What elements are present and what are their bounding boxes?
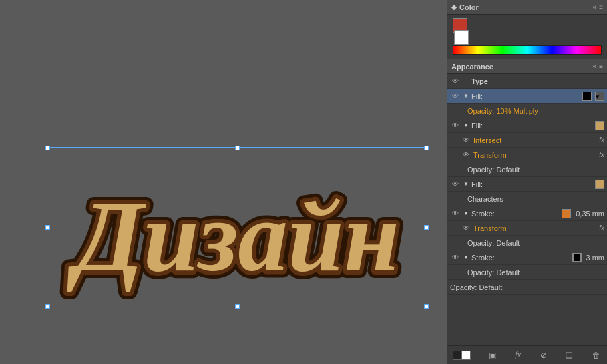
triangle-stroke1[interactable]: ▼ [463,210,469,217]
bottom-icon-layer[interactable]: ▣ [487,349,497,361]
bottom-icon-delete-effect[interactable]: ⊘ [539,349,548,361]
type-row: 👁 Type [447,74,607,89]
fill-row-2[interactable]: 👁 ▼ Fill: [447,118,607,133]
transform-row-1[interactable]: 👁 Transform fx [447,148,607,162]
transform-label-1: Transform [473,151,597,159]
triangle-fill1[interactable]: ▼ [463,93,469,100]
opacity-label-5: Opacity: Default [450,283,604,291]
opacity-row-4: Opacity: Default [447,265,607,280]
intersect-label: Intersect [473,136,597,144]
menu-icon-app[interactable]: ≡ [599,63,603,70]
type-label: Type [471,77,488,85]
background-swatch[interactable] [454,30,469,45]
color-gradient-bar[interactable] [453,45,602,55]
appearance-panel-controls[interactable]: « ≡ [593,63,603,70]
appearance-panel-title: Appearance [451,63,493,71]
fx-icon-transform1[interactable]: fx [599,151,604,158]
appearance-title-label: Appearance [451,63,493,71]
svg-text:Дизайн: Дизайн [67,181,399,292]
fx-icon-transform2[interactable]: fx [599,224,604,232]
triangle-stroke2[interactable]: ▼ [463,254,469,261]
bottom-swatch-dark[interactable] [453,351,462,360]
collapse-icon-app[interactable]: « [593,63,597,70]
stroke-value-1: 0,35 mm [576,210,604,218]
collapse-icon[interactable]: « [593,3,597,11]
bottom-swatch-light[interactable] [461,351,471,360]
fill-label-2: Fill: [471,122,593,130]
triangle-fill2[interactable]: ▼ [463,122,469,129]
fill-arrow[interactable]: ▾ [595,92,604,101]
eye-icon-fill2[interactable]: 👁 [450,121,461,130]
opacity-label-2: Opacity: Default [467,166,604,174]
color-title-label: Color [459,3,479,11]
menu-icon[interactable]: ≡ [599,3,603,11]
opacity-label-3: Opacity: Default [467,239,604,247]
bottom-icon-duplicate[interactable]: ❑ [564,349,574,361]
eye-icon-transform2[interactable]: 👁 [461,224,471,233]
stroke-label-2: Stroke: [471,254,570,262]
fill-row-3[interactable]: 👁 ▼ Fill: [447,177,607,192]
right-panel: ◆ Color « ≡ Appearance « ≡ [447,0,607,364]
opacity-label-4: Opacity: Default [467,268,604,277]
eye-icon-type[interactable]: 👁 [450,77,461,86]
opacity-row-5: Opacity: Default [447,280,607,295]
triangle-fill3[interactable]: ▼ [463,181,469,188]
stroke-swatch-orange[interactable] [562,209,571,218]
appearance-panel-header: Appearance « ≡ [447,59,607,74]
diamond-icon: ◆ [451,3,457,11]
stroke-label-1: Stroke: [471,210,560,218]
intersect-row[interactable]: 👁 Intersect fx [447,133,607,148]
eye-icon-stroke2[interactable]: 👁 [450,253,461,262]
panel-bottom-toolbar: ▣ fx ⊘ ❑ 🗑 [447,345,607,364]
fill-swatch-tan2[interactable] [595,180,604,189]
characters-row: Characters [447,192,607,206]
artwork-container: Дизайн Дизайн Дизайн Дизайн [47,147,427,307]
opacity-row-1: Opacity: 10% Multiply [447,104,607,118]
color-panel-title: ◆ Color [451,3,479,11]
fx-bottom-icon[interactable]: fx [514,349,522,361]
dizajn-svg: Дизайн Дизайн Дизайн Дизайн [50,154,424,301]
transform-label-2: Transform [473,224,597,232]
color-panel-controls[interactable]: « ≡ [593,3,603,11]
eye-icon-intersect[interactable]: 👁 [461,136,471,145]
fill-label-3: Fill: [471,180,593,188]
stroke-row-1[interactable]: 👁 ▼ Stroke: 0,35 mm [447,206,607,221]
appearance-section: Appearance « ≡ 👁 Type 👁 ▼ Fill: ▾ Opacit… [447,59,607,345]
eye-icon-stroke1[interactable]: 👁 [450,209,461,218]
fx-icon-intersect[interactable]: fx [599,136,604,144]
color-panel-header: ◆ Color « ≡ [447,0,607,15]
fill-swatch-black[interactable] [582,92,592,101]
fill-swatch-tan[interactable] [595,121,604,130]
eye-icon-fill3[interactable]: 👁 [450,180,461,189]
canvas-area[interactable]: Дизайн Дизайн Дизайн Дизайн [0,0,447,364]
fill-label-1: Fill: [471,92,580,100]
artwork-text: Дизайн Дизайн Дизайн Дизайн [47,147,427,307]
transform-row-2[interactable]: 👁 Transform fx [447,221,607,236]
opacity-row-2: Opacity: Default [447,162,607,177]
swatch-pair [453,351,471,360]
fill-row-1[interactable]: 👁 ▼ Fill: ▾ [447,89,607,104]
opacity-row-3: Opacity: Default [447,236,607,250]
color-swatches [447,15,607,44]
stroke-swatch-black[interactable] [572,253,582,262]
bottom-icon-trash[interactable]: 🗑 [591,349,602,361]
eye-icon-transform1[interactable]: 👁 [461,150,471,160]
characters-label: Characters [467,195,604,203]
stroke-value-2: 3 mm [586,254,605,262]
opacity-label-1: Opacity: 10% Multiply [467,107,604,115]
stroke-row-2[interactable]: 👁 ▼ Stroke: 3 mm [447,250,607,265]
color-section: ◆ Color « ≡ [447,0,607,59]
eye-icon-fill1[interactable]: 👁 [450,92,461,101]
